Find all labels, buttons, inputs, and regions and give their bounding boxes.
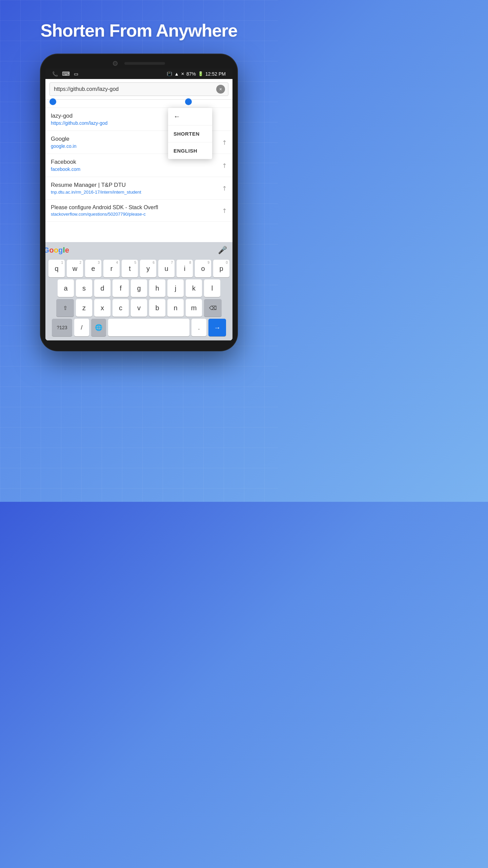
- suggestion-text-resume: Resume Manager | T&P DTU tnp.dtu.ac.in/r…: [51, 182, 222, 195]
- context-menu-english[interactable]: ENGLISH: [168, 142, 212, 159]
- key-j[interactable]: j: [167, 279, 184, 297]
- keyboard-area: Google 🎤 1q 2w 3e 4r 5t 6y 7u 8i 9o: [45, 242, 232, 340]
- no-signal-icon: ✕: [181, 72, 184, 76]
- suggestion-title-3: Resume Manager | T&P DTU: [51, 182, 222, 189]
- key-backspace[interactable]: ⌫: [204, 299, 222, 317]
- selection-dot-left: [49, 98, 56, 105]
- selection-dots-row: [45, 100, 232, 108]
- key-space[interactable]: [108, 319, 189, 336]
- keyboard-icon: [62, 71, 70, 77]
- suggestion-item-stackoverflow[interactable]: Please configure Android SDK - Stack Ove…: [45, 200, 232, 222]
- suggestion-item-lazy-god[interactable]: lazy-god https://github.com/lazy-god ← S…: [45, 108, 232, 131]
- key-row-2: a s d f g h j k l: [45, 279, 232, 297]
- url-bar[interactable]: https://github.com/lazy-god: [49, 82, 228, 96]
- key-row-3: ⇧ z x c v b n m ⌫: [45, 299, 232, 317]
- key-globe[interactable]: 🌐: [91, 319, 106, 336]
- key-x[interactable]: x: [94, 299, 110, 317]
- phone-screen: https://github.com/lazy-god × lazy-god h…: [45, 79, 232, 340]
- vibrate-icon: 📳: [167, 71, 172, 76]
- suggestion-url-2: facebook.com: [51, 166, 222, 172]
- key-numbers[interactable]: ?123: [52, 319, 72, 336]
- suggestions-bottom-space: [45, 222, 232, 242]
- screen-icon: [74, 71, 78, 77]
- key-row-1: 1q 2w 3e 4r 5t 6y 7u 8i 9o 0p: [45, 260, 232, 277]
- key-l[interactable]: l: [204, 279, 220, 297]
- key-q[interactable]: 1q: [48, 260, 65, 277]
- key-a[interactable]: a: [58, 279, 74, 297]
- key-t[interactable]: 5t: [122, 260, 138, 277]
- back-arrow-icon: ←: [174, 113, 180, 120]
- context-menu: ← SHORTEN ENGLISH: [168, 108, 212, 159]
- key-i[interactable]: 8i: [177, 260, 193, 277]
- status-bar: 📳 ▲ ✕ 87% 🔋 12:52 PM: [45, 68, 232, 79]
- google-logo: Google: [51, 245, 62, 256]
- camera: [113, 61, 118, 66]
- url-text: https://github.com/lazy-god: [54, 86, 119, 92]
- key-f[interactable]: f: [113, 279, 129, 297]
- context-menu-shorten[interactable]: SHORTEN: [168, 125, 212, 142]
- suggestion-url-3: tnp.dtu.ac.in/rm_2016-17/intern/intern_s…: [51, 190, 222, 195]
- speaker: [124, 62, 165, 65]
- url-clear-button[interactable]: ×: [216, 85, 225, 94]
- key-h[interactable]: h: [149, 279, 165, 297]
- key-enter[interactable]: →: [208, 319, 226, 336]
- wifi-icon: ▲: [174, 71, 179, 77]
- mic-icon[interactable]: 🎤: [218, 246, 227, 255]
- key-n[interactable]: n: [167, 299, 184, 317]
- key-m[interactable]: m: [186, 299, 202, 317]
- keyboard-keys: 1q 2w 3e 4r 5t 6y 7u 8i 9o 0p a s d f: [45, 258, 232, 340]
- suggestion-title-4: Please configure Android SDK - Stack Ove…: [51, 204, 222, 211]
- key-period[interactable]: .: [191, 319, 206, 336]
- key-r[interactable]: 4r: [103, 260, 120, 277]
- key-b[interactable]: b: [149, 299, 165, 317]
- keyboard-toolbar: Google 🎤: [45, 242, 232, 258]
- key-c[interactable]: c: [113, 299, 129, 317]
- status-icons-right: 📳 ▲ ✕ 87% 🔋 12:52 PM: [167, 71, 226, 77]
- suggestions-list: lazy-god https://github.com/lazy-god ← S…: [45, 108, 232, 222]
- time-display: 12:52 PM: [205, 71, 226, 77]
- key-z[interactable]: z: [76, 299, 92, 317]
- phone-top: [45, 61, 232, 66]
- key-k[interactable]: k: [186, 279, 202, 297]
- url-bar-container: https://github.com/lazy-god ×: [45, 79, 232, 100]
- suggestions-area: lazy-god https://github.com/lazy-god ← S…: [45, 100, 232, 242]
- selection-dot-right: [185, 98, 192, 105]
- suggestion-text-stackoverflow: Please configure Android SDK - Stack Ove…: [51, 204, 222, 217]
- suggestion-title-2: Facebook: [51, 159, 222, 165]
- key-d[interactable]: d: [94, 279, 110, 297]
- key-u[interactable]: 7u: [158, 260, 175, 277]
- key-e[interactable]: 3e: [85, 260, 101, 277]
- key-y[interactable]: 6y: [140, 260, 156, 277]
- key-v[interactable]: v: [131, 299, 147, 317]
- key-w[interactable]: 2w: [67, 260, 83, 277]
- phone-icon: [52, 71, 58, 77]
- battery-icon: 🔋: [198, 71, 203, 76]
- context-menu-back-button[interactable]: ←: [168, 108, 212, 125]
- key-s[interactable]: s: [76, 279, 92, 297]
- suggestion-item-resume[interactable]: Resume Manager | T&P DTU tnp.dtu.ac.in/r…: [45, 177, 232, 200]
- key-shift[interactable]: ⇧: [56, 299, 74, 317]
- key-p[interactable]: 0p: [213, 260, 229, 277]
- page-title: Shorten From Anywhere: [41, 20, 238, 41]
- key-row-4: ?123 / 🌐 . →: [45, 319, 232, 336]
- phone-frame: 📳 ▲ ✕ 87% 🔋 12:52 PM https://github.com/…: [41, 54, 237, 351]
- suggestion-text-facebook: Facebook facebook.com: [51, 159, 222, 172]
- key-slash[interactable]: /: [74, 319, 89, 336]
- key-g[interactable]: g: [131, 279, 147, 297]
- status-icons-left: [52, 71, 78, 77]
- suggestion-url-4: stackoverflow.com/questions/50207790/ple…: [51, 212, 222, 217]
- key-o[interactable]: 9o: [195, 260, 211, 277]
- battery-percent: 87%: [186, 71, 196, 77]
